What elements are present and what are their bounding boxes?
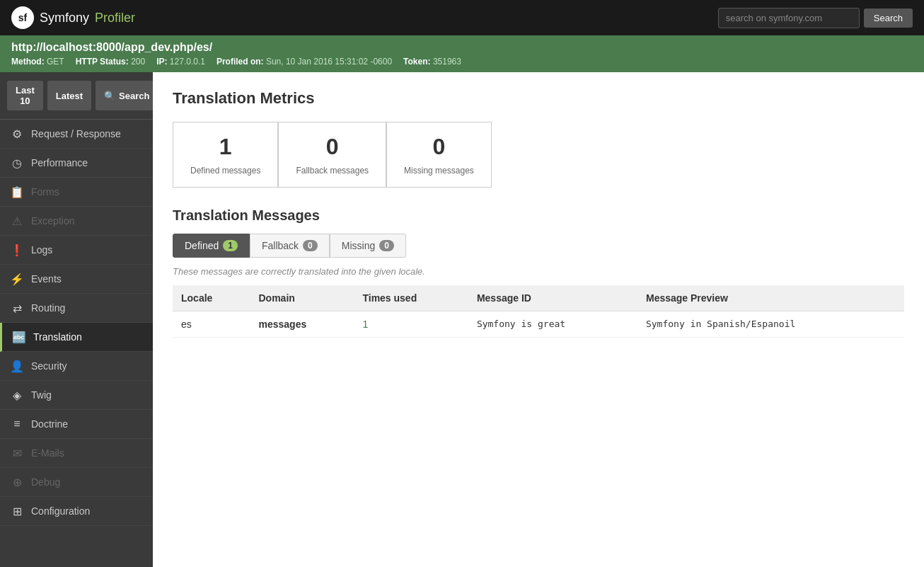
table-header: LocaleDomainTimes usedMessage IDMessage … xyxy=(173,285,904,311)
table-col-locale: Locale xyxy=(173,285,250,311)
cell-message-id: Symfony is great xyxy=(468,311,637,338)
logs-icon: ❗ xyxy=(10,243,24,257)
table-body: es messages 1 Symfony is great Symfony i… xyxy=(173,311,904,338)
translation-icon: 🔤 xyxy=(12,330,26,344)
sidebar-item-label-twig: Twig xyxy=(31,389,52,401)
method-meta: Method: GET xyxy=(11,57,64,67)
metric-label-defined: Defined messages xyxy=(190,166,260,176)
sidebar-item-label-emails: E-Mails xyxy=(31,447,64,459)
events-icon: ⚡ xyxy=(10,272,24,286)
sidebar-item-emails: ✉ E-Mails xyxy=(0,439,153,468)
sidebar-item-logs[interactable]: ❗ Logs xyxy=(0,236,153,265)
sidebar-item-events[interactable]: ⚡ Events xyxy=(0,265,153,294)
sidebar-item-translation[interactable]: 🔤 Translation xyxy=(0,323,153,352)
sidebar-item-twig[interactable]: ◈ Twig xyxy=(0,381,153,410)
doctrine-icon: ≡ xyxy=(10,417,24,431)
tab-label-defined: Defined xyxy=(185,240,219,251)
tab-missing[interactable]: Missing 0 xyxy=(330,234,406,258)
tab-fallback[interactable]: Fallback 0 xyxy=(250,234,330,258)
table-row: es messages 1 Symfony is great Symfony i… xyxy=(173,311,904,338)
sidebar-item-security[interactable]: 👤 Security xyxy=(0,352,153,381)
sidebar-item-label-routing: Routing xyxy=(31,302,65,314)
last10-button[interactable]: Last 10 xyxy=(7,81,43,110)
request-bar: http://localhost:8000/app_dev.php/es/ Me… xyxy=(0,35,924,72)
tab-badge-defined: 1 xyxy=(223,240,238,251)
profiled-meta: Profiled on: Sun, 10 Jan 2016 15:31:02 -… xyxy=(216,57,392,67)
tab-defined[interactable]: Defined 1 xyxy=(173,234,250,258)
metric-value-fallback: 0 xyxy=(296,134,369,160)
metrics-row: 1 Defined messages 0 Fallback messages 0… xyxy=(173,122,904,188)
performance-icon: ◷ xyxy=(10,156,24,170)
tab-badge-fallback: 0 xyxy=(303,240,318,251)
top-search-button[interactable]: Search xyxy=(864,8,913,28)
sidebar-item-label-forms: Forms xyxy=(31,186,59,197)
tabs-row: Defined 1 Fallback 0 Missing 0 xyxy=(173,234,904,258)
app-title-symfony: Symfony xyxy=(40,11,89,25)
configuration-icon: ⊞ xyxy=(10,504,24,518)
cell-times-used: 1 xyxy=(354,311,468,338)
table-col-message-id: Message ID xyxy=(468,285,637,311)
latest-button[interactable]: Latest xyxy=(47,81,91,110)
routing-icon: ⇄ xyxy=(10,301,24,315)
sidebar-nav-buttons: Last 10 Latest 🔍 Search xyxy=(0,72,153,120)
app-title-profiler: Profiler xyxy=(95,11,135,25)
table-col-domain: Domain xyxy=(250,285,354,311)
sidebar-item-label-doctrine: Doctrine xyxy=(31,418,68,430)
tab-label-fallback: Fallback xyxy=(262,240,299,251)
sidebar-item-label-security: Security xyxy=(31,360,67,372)
cell-domain: messages xyxy=(250,311,354,338)
tab-description: These messages are correctly translated … xyxy=(173,266,904,277)
exception-icon: ⚠ xyxy=(10,214,24,228)
top-search-form: Search xyxy=(718,8,913,28)
ip-meta: IP: 127.0.0.1 xyxy=(156,57,205,67)
sidebar-item-doctrine[interactable]: ≡ Doctrine xyxy=(0,410,153,439)
main-content: Translation Metrics 1 Defined messages 0… xyxy=(153,72,924,567)
sidebar-item-forms: 📋 Forms xyxy=(0,178,153,207)
metric-card-defined: 1 Defined messages xyxy=(173,122,278,188)
debug-icon: ⊕ xyxy=(10,475,24,489)
main-layout: Last 10 Latest 🔍 Search ⚙ Request / Resp… xyxy=(0,72,924,567)
metric-card-missing: 0 Missing messages xyxy=(386,122,492,188)
metric-label-fallback: Fallback messages xyxy=(296,166,369,176)
emails-icon: ✉ xyxy=(10,446,24,460)
sidebar-item-performance[interactable]: ◷ Performance xyxy=(0,149,153,178)
search-button[interactable]: 🔍 Search xyxy=(96,81,153,110)
top-bar: sf Symfony Profiler Search xyxy=(0,0,924,35)
request-meta: Method: GET HTTP Status: 200 IP: 127.0.0… xyxy=(11,57,913,67)
cell-message-preview: Symfony in Spanish/Espanoil xyxy=(637,311,904,338)
twig-icon: ◈ xyxy=(10,388,24,402)
metric-value-missing: 0 xyxy=(404,134,474,160)
table-col-times-used: Times used xyxy=(354,285,468,311)
table-header-row: LocaleDomainTimes usedMessage IDMessage … xyxy=(173,285,904,311)
sidebar-item-exception: ⚠ Exception xyxy=(0,207,153,236)
tab-badge-missing: 0 xyxy=(379,240,394,251)
metric-label-missing: Missing messages xyxy=(404,166,474,176)
sidebar-items: ⚙ Request / Response ◷ Performance 📋 For… xyxy=(0,120,153,526)
sidebar-item-request-response[interactable]: ⚙ Request / Response xyxy=(0,120,153,149)
cell-locale: es xyxy=(173,311,250,338)
sidebar-item-label-debug: Debug xyxy=(31,476,60,488)
tab-label-missing: Missing xyxy=(342,240,375,251)
search-icon: 🔍 xyxy=(104,91,115,101)
table-col-message-preview: Message Preview xyxy=(637,285,904,311)
sidebar-item-configuration[interactable]: ⊞ Configuration xyxy=(0,497,153,526)
security-icon: 👤 xyxy=(10,359,24,373)
top-search-input[interactable] xyxy=(718,8,860,28)
sidebar-item-label-translation: Translation xyxy=(33,331,82,343)
request-response-icon: ⚙ xyxy=(10,127,24,141)
sidebar: Last 10 Latest 🔍 Search ⚙ Request / Resp… xyxy=(0,72,153,567)
logo-area: sf Symfony Profiler xyxy=(11,6,135,29)
sidebar-item-label-logs: Logs xyxy=(31,244,52,256)
sidebar-item-debug: ⊕ Debug xyxy=(0,468,153,497)
metric-value-defined: 1 xyxy=(190,134,260,160)
sidebar-item-routing[interactable]: ⇄ Routing xyxy=(0,294,153,323)
token-meta: Token: 351963 xyxy=(403,57,461,67)
forms-icon: 📋 xyxy=(10,185,24,199)
sidebar-item-label-request-response: Request / Response xyxy=(31,128,121,139)
sidebar-item-label-configuration: Configuration xyxy=(31,505,90,517)
status-meta: HTTP Status: 200 xyxy=(76,57,146,67)
page-title: Translation Metrics xyxy=(173,89,904,108)
messages-table: LocaleDomainTimes usedMessage IDMessage … xyxy=(173,285,904,338)
request-url: http://localhost:8000/app_dev.php/es/ xyxy=(11,41,913,54)
sidebar-item-label-performance: Performance xyxy=(31,157,88,168)
